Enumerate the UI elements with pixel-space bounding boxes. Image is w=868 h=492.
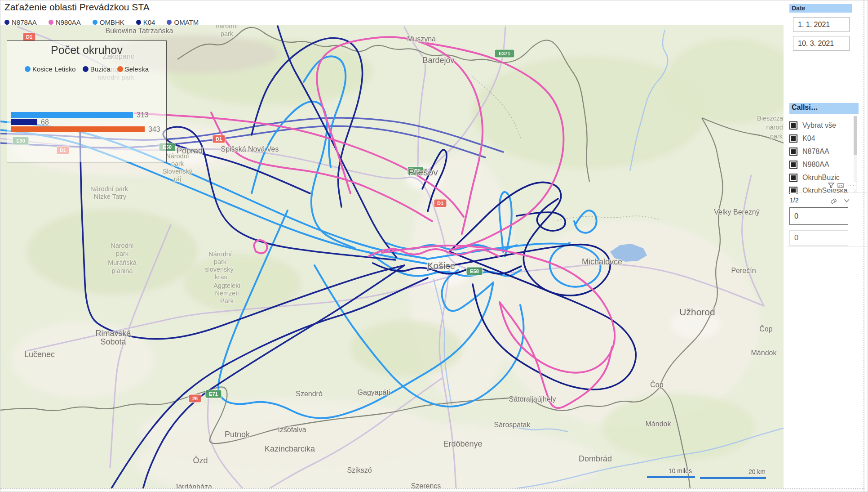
callsign-list-item[interactable]: N980AA: [789, 158, 853, 171]
scrollbar-thumb[interactable]: [854, 116, 857, 155]
selection-border-right: [864, 0, 864, 492]
checkbox-label: N980AA: [802, 161, 829, 169]
date-from-input[interactable]: 1. 1. 2021: [793, 17, 850, 32]
bar-row: 313: [11, 112, 166, 118]
map-label: planina: [112, 267, 133, 274]
map-label: slovenský: [205, 266, 234, 273]
map-label: Muráňská: [108, 259, 137, 266]
map-label: Járdánháza: [174, 483, 212, 488]
checkbox-label: N878AA: [802, 148, 829, 156]
visual-hover-toolbar: ···: [827, 182, 856, 189]
inset-legend-item: Buzica: [83, 65, 111, 73]
map-label: Izsófalva: [278, 426, 306, 434]
map-label: Velky Berezný: [714, 208, 759, 216]
callsign-list-item[interactable]: Vybrat vše: [789, 119, 853, 132]
bar-value-label: 68: [41, 119, 49, 125]
selection-border-bottom: [0, 488, 864, 489]
svg-text:E371: E371: [499, 51, 510, 56]
focus-mode-icon[interactable]: [837, 183, 844, 188]
legend-dot: [49, 20, 53, 25]
inset-legend-label: Buzica: [90, 65, 111, 73]
inset-chart-title: Počet okruhov: [7, 44, 166, 57]
callsign-list-item[interactable]: K04: [789, 132, 853, 145]
svg-text:D1: D1: [26, 34, 32, 40]
inset-chart-bars: 31368343: [11, 112, 166, 134]
checkbox-label: K04: [802, 134, 815, 143]
date-to-input[interactable]: 10. 3. 2021: [793, 36, 850, 51]
range-value-bottom-input[interactable]: 0: [789, 230, 848, 246]
map-label: Gagyapáti: [358, 389, 390, 396]
map-label: Nemzeti: [215, 290, 239, 297]
bar[interactable]: [11, 112, 133, 118]
svg-text:26: 26: [192, 396, 198, 401]
map-label: Sobota: [100, 337, 126, 346]
map-label: Bukowina Tatrzańska: [106, 27, 173, 35]
range-value-top-input[interactable]: 0: [789, 207, 848, 225]
slicer-pager-icons: [830, 197, 850, 204]
map-label: Aggteleki: [213, 282, 240, 289]
map-label: Národní park: [90, 185, 128, 192]
eraser-icon[interactable]: [830, 197, 838, 204]
map-label: národ: [766, 124, 783, 131]
legend-dot: [93, 20, 97, 25]
bar-value-label: 313: [137, 112, 149, 118]
bar[interactable]: [11, 119, 37, 125]
filter-icon[interactable]: [828, 182, 834, 188]
svg-text:D1: D1: [437, 201, 443, 206]
map-label: Národní: [208, 250, 232, 258]
checkbox-checked[interactable]: [789, 187, 797, 195]
map-label: kras: [215, 273, 227, 281]
map-label: Lučenec: [24, 350, 55, 359]
legend-dot: [4, 20, 9, 25]
map-label: Mándok: [646, 420, 672, 428]
inset-legend-dot: [25, 66, 31, 72]
inset-legend-dot: [83, 66, 89, 72]
checkbox-checked[interactable]: [789, 148, 797, 156]
map-label: národní: [216, 25, 238, 30]
legend-dot: [167, 20, 172, 25]
checkbox-checked[interactable]: [789, 174, 797, 182]
inset-legend-label: Kosice Letisko: [32, 65, 76, 73]
checkbox-checked[interactable]: [789, 134, 797, 143]
map-label: Užhorod: [679, 307, 715, 317]
map-label: Čop: [759, 325, 772, 333]
map-label: Národní: [111, 242, 134, 249]
map-label: Bieszcza: [757, 115, 784, 122]
bar-value-label: 343: [148, 126, 160, 132]
svg-text:E71: E71: [209, 391, 218, 397]
map-label: Sátoraljaújhely: [509, 395, 556, 403]
chevron-down-icon[interactable]: [844, 199, 850, 203]
inset-legend-label: Seleska: [125, 65, 149, 73]
page-title: Zaťaženie oblasti Prevádzkou STA: [4, 2, 150, 13]
map-label: park: [770, 133, 783, 140]
map-label: park: [116, 250, 129, 257]
scale-bar-km: [700, 477, 766, 479]
map-label: Spišská Nová Ves: [221, 145, 279, 153]
map-label: Nízke Tatry: [94, 193, 127, 200]
checkbox-label: Vybrat vše: [802, 121, 836, 130]
bar[interactable]: [11, 126, 145, 132]
map-label: Mándok: [751, 349, 777, 357]
map-label: Putnok: [225, 430, 250, 439]
scale-label-km: 20 km: [748, 468, 766, 475]
map-label: Košice: [427, 260, 455, 271]
inset-legend-item: Seleska: [117, 65, 149, 73]
map-label: Michalovce: [582, 257, 622, 266]
map-label: Muszyna: [407, 35, 436, 43]
callsign-list-item[interactable]: N878AA: [789, 145, 853, 158]
checkbox-label: OkruhBuzic: [802, 174, 840, 182]
bar-row: 343: [11, 126, 166, 132]
scale-bar-miles: [647, 476, 695, 478]
checkbox-checked[interactable]: [789, 161, 797, 169]
slicer-divider: [787, 192, 867, 192]
inset-chart-legend: Kosice LetiskoBuzicaSeleska: [7, 65, 166, 73]
map-label: Prešov: [408, 167, 438, 177]
more-options-icon[interactable]: ···: [847, 183, 855, 188]
bar-row: 68: [11, 119, 166, 125]
inset-chart: Počet okruhov Kosice LetiskoBuzicaSelesk…: [7, 40, 167, 162]
map-label: park: [221, 30, 234, 37]
map-label: Perečín: [731, 267, 756, 274]
inset-legend-dot: [117, 66, 123, 72]
checkbox-checked[interactable]: [789, 121, 797, 130]
inset-legend-item: Kosice Letisko: [25, 65, 76, 73]
